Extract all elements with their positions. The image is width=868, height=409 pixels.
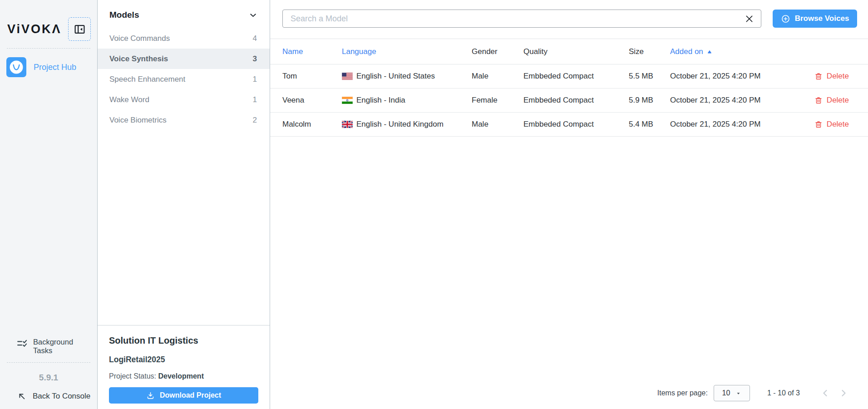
chevron-down-icon bbox=[248, 10, 258, 20]
collapse-panel-icon bbox=[74, 23, 86, 35]
table-header-row: Name Language Gender Quality Size Added … bbox=[270, 39, 868, 64]
table-row: Malcolm English - United Kingdom Male Em… bbox=[270, 113, 868, 137]
project-hub-label: Project Hub bbox=[34, 63, 76, 72]
browse-voices-label: Browse Voices bbox=[795, 14, 849, 23]
chevron-left-icon bbox=[820, 388, 831, 399]
delete-button[interactable]: Delete bbox=[814, 120, 849, 129]
items-per-page-value: 10 bbox=[722, 389, 730, 397]
table-row: Tom English - United bbox=[270, 64, 868, 89]
cell-added-on: October 21, 2025 4:20 PM bbox=[670, 120, 813, 129]
cell-language: English - United Kingdom bbox=[342, 120, 472, 129]
sidebar-divider-top bbox=[7, 48, 90, 49]
cell-gender: Male bbox=[472, 72, 523, 81]
model-count-badge: 1 bbox=[253, 75, 257, 84]
previous-page-button[interactable] bbox=[816, 384, 834, 402]
back-to-console-button[interactable]: Back To Console bbox=[0, 392, 97, 401]
model-item-speech-enhancement[interactable]: Speech Enhancement 1 bbox=[98, 69, 270, 89]
india-flag-icon bbox=[342, 97, 353, 104]
back-to-console-label: Back To Console bbox=[33, 392, 90, 401]
browse-voices-button[interactable]: Browse Voices bbox=[773, 10, 857, 28]
chevron-right-icon bbox=[838, 388, 849, 399]
project-name: LogiRetail2025 bbox=[109, 355, 258, 365]
cell-added-on: October 21, 2025 4:20 PM bbox=[670, 72, 813, 81]
model-count-badge: 4 bbox=[253, 34, 257, 43]
cell-gender: Female bbox=[472, 96, 523, 105]
sort-ascending-icon bbox=[706, 49, 713, 55]
project-status-value: Development bbox=[158, 372, 204, 380]
collapse-sidebar-button[interactable] bbox=[68, 17, 91, 41]
cell-language: English - India bbox=[342, 96, 472, 105]
column-header-added-on[interactable]: Added on bbox=[670, 47, 813, 56]
sidebar-divider-bottom bbox=[7, 362, 90, 363]
cell-name: Tom bbox=[282, 72, 342, 81]
sidebar-item-background-tasks[interactable]: Background Tasks bbox=[0, 338, 97, 355]
close-icon bbox=[745, 14, 754, 24]
left-sidebar: ViVOKΛ Project Hub bbox=[0, 0, 98, 409]
model-count-badge: 2 bbox=[253, 116, 257, 125]
download-icon bbox=[146, 391, 155, 400]
delete-button[interactable]: Delete bbox=[814, 72, 849, 81]
items-per-page-label: Items per page: bbox=[657, 389, 708, 397]
project-hub-icon bbox=[6, 57, 26, 77]
page-range-label: 1 - 10 of 3 bbox=[767, 389, 800, 397]
cell-size: 5.9 MB bbox=[629, 96, 670, 105]
download-project-label: Download Project bbox=[160, 391, 221, 399]
model-item-voice-biometrics[interactable]: Voice Biometrics 2 bbox=[98, 110, 270, 130]
trash-icon bbox=[814, 72, 823, 80]
models-table: Name Language Gender Quality Size Added … bbox=[270, 39, 868, 137]
us-flag-icon bbox=[342, 73, 353, 80]
project-status-label: Project Status: bbox=[109, 372, 156, 380]
column-header-quality[interactable]: Quality bbox=[523, 47, 629, 56]
arrow-up-left-icon bbox=[17, 392, 26, 401]
pagination-bar: Items per page: 10 1 - 10 of 3 bbox=[270, 384, 868, 402]
background-tasks-label: Background Tasks bbox=[33, 338, 91, 355]
cell-added-on: October 21, 2025 4:20 PM bbox=[670, 96, 813, 105]
delete-button[interactable]: Delete bbox=[814, 96, 849, 105]
background-tasks-icon bbox=[16, 338, 28, 349]
cell-size: 5.5 MB bbox=[629, 72, 670, 81]
models-header[interactable]: Models bbox=[98, 0, 270, 28]
cell-quality: Embbeded Compact bbox=[523, 72, 629, 81]
model-item-wake-word[interactable]: Wake Word 1 bbox=[98, 89, 270, 110]
table-row: Veena English - India Female Embbeded Co… bbox=[270, 89, 868, 113]
model-item-voice-synthesis[interactable]: Voice Synthesis 3 bbox=[98, 49, 270, 69]
next-page-button[interactable] bbox=[834, 384, 853, 402]
trash-icon bbox=[814, 96, 823, 104]
column-header-gender[interactable]: Gender bbox=[472, 47, 523, 56]
column-header-name[interactable]: Name bbox=[282, 47, 342, 56]
cell-gender: Male bbox=[472, 120, 523, 129]
models-title: Models bbox=[109, 10, 139, 20]
cell-language: English - United States bbox=[342, 72, 472, 81]
sidebar-item-project-hub[interactable]: Project Hub bbox=[0, 57, 97, 77]
models-panel: Models Voice Commands 4 Voice Synthesis … bbox=[98, 0, 270, 409]
project-status: Project Status: Development bbox=[109, 372, 258, 380]
version-label: 5.9.1 bbox=[0, 373, 97, 383]
clear-search-button[interactable] bbox=[743, 13, 755, 25]
plus-circle-icon bbox=[781, 14, 790, 24]
dropdown-arrow-icon bbox=[735, 390, 741, 396]
solution-name: Solution IT Logistics bbox=[109, 335, 258, 346]
download-project-button[interactable]: Download Project bbox=[109, 387, 258, 404]
model-count-badge: 1 bbox=[253, 95, 257, 104]
model-item-voice-commands[interactable]: Voice Commands 4 bbox=[98, 28, 270, 49]
search-input[interactable] bbox=[282, 10, 761, 28]
model-count-badge: 3 bbox=[253, 54, 257, 64]
column-header-size[interactable]: Size bbox=[629, 47, 670, 56]
column-header-language[interactable]: Language bbox=[342, 47, 472, 56]
trash-icon bbox=[814, 120, 823, 128]
cell-quality: Embbeded Compact bbox=[523, 120, 629, 129]
vivoka-logo: ViVOKΛ bbox=[7, 22, 62, 36]
cell-quality: Embbeded Compact bbox=[523, 96, 629, 105]
cell-name: Malcolm bbox=[282, 120, 342, 129]
cell-size: 5.4 MB bbox=[629, 120, 670, 129]
items-per-page-select[interactable]: 10 bbox=[714, 385, 750, 401]
main-area: Browse Voices Name Language Gender Quali… bbox=[270, 0, 868, 409]
project-info-section: Solution IT Logistics LogiRetail2025 Pro… bbox=[98, 325, 270, 409]
uk-flag-icon bbox=[342, 121, 353, 128]
cell-name: Veena bbox=[282, 96, 342, 105]
